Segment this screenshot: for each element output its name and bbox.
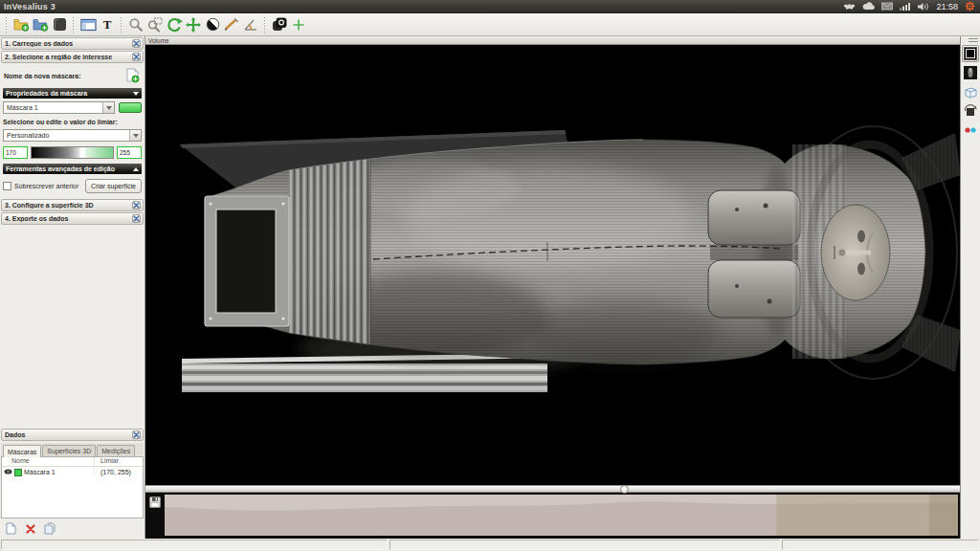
viewport-title: Volume — [148, 37, 169, 44]
mask-list: Nome Limiar Máscara 1 (170, 255) — [1, 457, 144, 518]
session-gear-icon[interactable] — [965, 1, 975, 11]
duplicate-mask-button[interactable] — [43, 522, 56, 535]
window-title: InVesalius 3 — [0, 2, 56, 11]
indicator-app-icon[interactable] — [843, 2, 856, 11]
rotate-button[interactable] — [165, 15, 184, 34]
status-field — [782, 540, 979, 550]
text-tool-icon: T — [103, 17, 112, 33]
section-load-data[interactable]: 1. Carregue os dados — [1, 37, 144, 50]
slider-handle[interactable] — [620, 485, 629, 494]
chevron-down-icon — [102, 102, 114, 113]
table-row[interactable]: Máscara 1 (170, 255) — [2, 467, 143, 477]
sarcophagus — [205, 133, 960, 372]
raycasting-slider[interactable] — [145, 485, 960, 493]
task-panel: 1. Carregue os dados 2. Selecione a regi… — [0, 36, 145, 539]
import-dicom-button[interactable] — [11, 15, 31, 34]
chevron-up-icon — [133, 167, 139, 171]
viewport-toolbar — [960, 36, 980, 539]
collapse-icon[interactable] — [132, 430, 141, 439]
toolbar-grip[interactable] — [263, 17, 267, 33]
clut-histogram-panel — [145, 493, 960, 539]
system-tray: 21:58 — [843, 1, 980, 11]
delete-mask-button[interactable] — [24, 522, 36, 535]
text-tool-button[interactable]: T — [98, 15, 117, 34]
mail-icon[interactable] — [881, 2, 893, 11]
section-select-region[interactable]: 2. Selecione a região de interesse — [1, 51, 144, 63]
mask-select[interactable]: Máscara 1 — [3, 101, 115, 114]
section-configure-surface[interactable]: 3. Configure a superfície 3D — [1, 199, 144, 211]
clock[interactable]: 21:58 — [936, 2, 958, 11]
status-field — [1, 540, 388, 550]
save-preset-icon[interactable] — [149, 496, 161, 536]
cloud-icon[interactable] — [862, 2, 875, 11]
add-button[interactable] — [289, 15, 308, 34]
mask-properties-header[interactable]: Propriedades da máscara — [3, 88, 142, 99]
network-signal-icon[interactable] — [900, 2, 911, 11]
threshold-label: Selecione ou edite o valor do limiar: — [3, 119, 142, 125]
section-export-data[interactable]: 4. Exporte os dados — [1, 212, 144, 225]
clut-histogram[interactable] — [165, 495, 958, 536]
volume-preview-button[interactable] — [962, 64, 979, 81]
contrast-button[interactable] — [203, 15, 222, 34]
threshold-max-input[interactable] — [117, 146, 142, 159]
open-project-button[interactable] — [31, 15, 50, 34]
collapse-icon[interactable] — [132, 214, 141, 223]
cube-view-button[interactable] — [962, 83, 979, 100]
chevron-down-icon — [133, 92, 139, 96]
slice-plane-button[interactable] — [270, 15, 289, 34]
tab-masks[interactable]: Máscaras — [3, 445, 41, 457]
mask-color-chip[interactable] — [14, 469, 22, 476]
zoom-button[interactable] — [126, 15, 145, 34]
status-bar — [0, 539, 980, 551]
toolbar-grip[interactable] — [120, 17, 123, 33]
new-mask-button[interactable] — [5, 522, 17, 535]
advanced-tools-header[interactable]: Ferramentas avançadas de edição — [3, 164, 142, 174]
foot-frame — [205, 196, 289, 326]
volume-icon[interactable] — [918, 2, 929, 11]
chevron-down-icon — [129, 130, 141, 141]
rotate-object-button[interactable] — [962, 102, 979, 120]
main-toolbar: T — [0, 13, 980, 36]
overwrite-label: Sobrescrever anterior — [14, 183, 78, 189]
mummy-face — [821, 205, 890, 300]
data-panel-actions — [0, 518, 145, 535]
data-tabs: Máscaras Superfícies 3D Medições — [1, 443, 144, 457]
toolbar-grip[interactable] — [969, 38, 978, 42]
threshold-gradient-slider[interactable] — [31, 146, 114, 159]
collapse-icon[interactable] — [132, 39, 141, 48]
overwrite-checkbox[interactable] — [3, 182, 11, 190]
visibility-eye-icon[interactable] — [4, 468, 12, 476]
slice-plane-view-button[interactable] — [962, 45, 979, 62]
layout-button[interactable] — [78, 15, 98, 34]
titlebar: InVesalius 3 21:58 — [0, 0, 980, 13]
zoom-region-button[interactable] — [145, 15, 165, 34]
pan-button[interactable] — [184, 15, 203, 34]
viewport-column: Volume — [145, 36, 960, 539]
collapse-icon[interactable] — [132, 53, 141, 61]
viewport-title-bar: Volume — [145, 36, 960, 45]
save-project-button[interactable] — [50, 15, 69, 34]
invesalius-window: InVesalius 3 21:58 T — [0, 0, 980, 551]
collapse-icon[interactable] — [132, 201, 141, 209]
tab-measures[interactable]: Medições — [97, 445, 135, 456]
new-mask-icon[interactable] — [126, 68, 140, 84]
toolbar-grip[interactable] — [5, 17, 9, 33]
data-panel-header[interactable]: Dados — [1, 429, 144, 441]
threshold-min-input[interactable] — [3, 146, 28, 159]
mask-settings: Nome da nova máscara: Propriedades da má… — [0, 63, 145, 198]
mask-color-button[interactable] — [119, 102, 142, 113]
mask-list-header: Nome Limiar — [2, 457, 143, 467]
tab-surfaces[interactable]: Superfícies 3D — [42, 445, 96, 456]
measure-angle-button[interactable] — [241, 15, 260, 34]
stereo-3d-button[interactable] — [962, 121, 979, 139]
volume-render[interactable] — [145, 45, 960, 485]
volume-viewport[interactable] — [145, 45, 960, 485]
create-surface-button[interactable]: Criar superficie — [85, 179, 142, 193]
new-mask-label: Nome da nova máscara: — [4, 73, 81, 79]
arm-blocks — [708, 190, 800, 318]
clut-save-area — [145, 495, 165, 536]
measure-distance-button[interactable] — [222, 15, 241, 34]
threshold-preset-select[interactable]: Personalizado — [3, 129, 142, 142]
toolbar-grip[interactable] — [72, 17, 76, 33]
status-field — [390, 540, 780, 550]
